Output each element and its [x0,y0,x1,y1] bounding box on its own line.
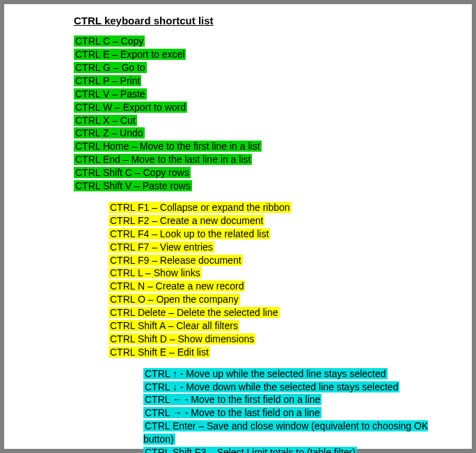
shortcut-text: CTRL Shift D – Show dimensions [109,333,255,344]
shortcut-text: CTRL End – Move to the last line in a li… [74,154,252,165]
shortcut-text: CTRL F7 – View entries [109,241,214,253]
list-item: CTRL Enter – Save and close window (equi… [143,420,451,446]
list-item: CTRL G – Go to [74,61,451,74]
list-item: CTRL E – Export to excel [74,48,451,61]
list-item: CTRL F4 – Look up to the related list [109,228,451,241]
shortcut-text: CTRL Delete – Delete the selected line [109,307,280,318]
list-item: CTRL Delete – Delete the selected line [109,306,451,319]
list-item: CTRL P – Print [74,74,451,88]
shortcut-text: CTRL Home – Move to the first line in a … [74,141,262,152]
list-item: CTRL F2 – Create a new document [109,214,451,228]
shortcut-text: CTRL Z – Undo [74,127,145,138]
shortcut-text: CTRL ↑ - Move up while the selected line… [143,368,388,379]
shortcut-text: CTRL F1 – Collapse or expand the ribbon [109,202,292,213]
list-item: CTRL ↑ - Move up while the selected line… [143,367,451,381]
list-item: CTRL C – Copy [74,35,451,48]
shortcut-text: CTRL G – Go to [74,62,147,73]
shortcut-text: CTRL E – Export to excel [74,49,186,60]
shortcut-text: CTRL F2 – Create a new document [109,215,264,226]
list-item: CTRL Shift A – Clear all filters [109,319,451,333]
shortcut-text: CTRL Shift E – Edit list [109,347,210,358]
shortcut-text: CTRL O – Open the company [109,294,240,305]
shortcut-text: CTRL F9 – Release document [109,255,243,266]
list-item: CTRL Z – Undo [74,127,451,140]
shortcut-text: CTRL X – Cut [74,115,137,126]
shortcut-text: CTRL V – Paste [74,88,147,100]
page-title: CTRL keyboard shortcut list [74,14,451,28]
shortcut-text: CTRL N – Create a new record [109,280,245,292]
list-item: CTRL Shift D – Show dimensions [109,333,451,346]
shortcut-text: CTRL F4 – Look up to the related list [109,228,270,239]
shortcut-text: CTRL P – Print [74,75,141,86]
list-item: CTRL L – Show links [109,267,451,280]
shortcut-text: CTRL Shift V – Paste rows [74,180,192,191]
shortcut-text: CTRL Enter – Save and close window (equi… [143,420,428,445]
list-item: CTRL ↓ - Move down while the selected li… [143,381,451,394]
shortcut-text: CTRL Shift C – Copy rows [74,167,191,178]
list-item: CTRL F1 – Collapse or expand the ribbon [109,201,451,214]
list-item: CTRL End – Move to the last line in a li… [74,153,451,166]
shortcut-text: CTRL → - Move to the last field on a lin… [143,407,322,418]
list-item: CTRL → - Move to the last field on a lin… [143,406,451,420]
list-item: CTRL Home – Move to the first line in a … [74,140,451,153]
shortcut-text: CTRL Shift A – Clear all filters [109,320,239,331]
shortcut-text: CTRL ← - Move to the first field on a li… [143,394,322,405]
list-item: CTRL Shift F3 – Select Limit totals to (… [143,446,451,453]
shortcut-group-yellow: CTRL F1 – Collapse or expand the ribbon … [109,201,451,359]
list-item: CTRL F7 – View entries [109,241,451,254]
list-item: CTRL W – Export to word [74,101,451,114]
list-item: CTRL V – Paste [74,88,451,101]
list-item: CTRL Shift C – Copy rows [74,166,451,180]
list-item: CTRL F9 – Release document [109,254,451,267]
shortcut-text: CTRL ↓ - Move down while the selected li… [143,381,399,392]
shortcut-text: CTRL C – Copy [74,35,145,47]
shortcut-text: CTRL Shift F3 – Select Limit totals to (… [143,447,357,453]
shortcut-group-cyan: CTRL ↑ - Move up while the selected line… [143,367,451,453]
list-item: CTRL ← - Move to the first field on a li… [143,393,451,406]
list-item: CTRL O – Open the company [109,293,451,306]
document-frame: CTRL keyboard shortcut list CTRL C – Cop… [0,0,476,453]
shortcut-text: CTRL W – Export to word [74,102,187,113]
list-item: CTRL N – Create a new record [109,280,451,293]
shortcut-text: CTRL L – Show links [109,267,202,278]
shortcut-group-green: CTRL C – Copy CTRL E – Export to excel C… [74,35,451,193]
list-item: CTRL X – Cut [74,114,451,127]
list-item: CTRL Shift E – Edit list [109,346,451,359]
list-item: CTRL Shift V – Paste rows [74,180,451,193]
